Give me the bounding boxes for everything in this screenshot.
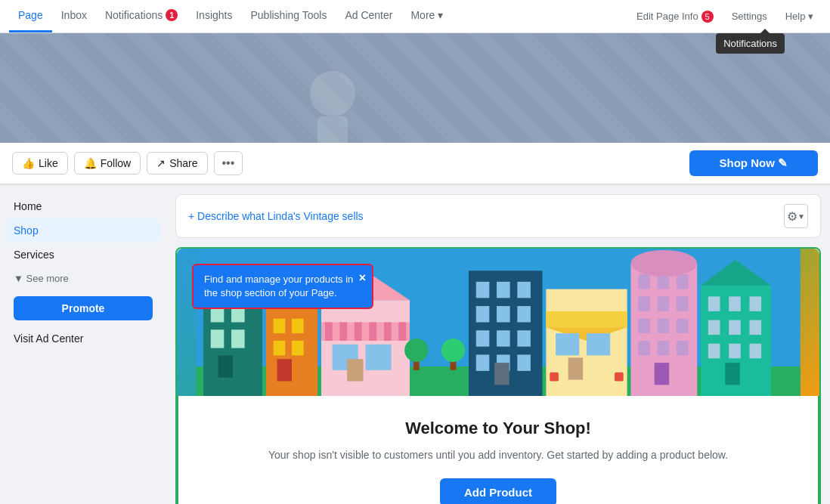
svg-rect-36 bbox=[517, 282, 531, 298]
svg-rect-18 bbox=[321, 323, 410, 341]
svg-rect-65 bbox=[638, 341, 650, 356]
svg-rect-7 bbox=[211, 329, 225, 348]
visit-ad-center-link[interactable]: Visit Ad Center bbox=[6, 326, 160, 351]
promote-button[interactable]: Promote bbox=[14, 296, 153, 320]
nav-tab-more[interactable]: More ▾ bbox=[401, 0, 452, 32]
svg-rect-38 bbox=[497, 306, 510, 322]
sidebar-item-services-label: Services bbox=[14, 249, 54, 261]
add-product-label: Add Product bbox=[464, 486, 532, 499]
svg-rect-42 bbox=[517, 330, 531, 346]
settings-button[interactable]: Settings bbox=[724, 6, 775, 26]
svg-rect-16 bbox=[277, 359, 293, 381]
see-more-label: ▼ See more bbox=[14, 273, 69, 284]
nav-tab-publishing-tools[interactable]: Publishing Tools bbox=[241, 0, 336, 32]
nav-tab-ad-center[interactable]: Ad Center bbox=[336, 0, 401, 32]
follow-button[interactable]: 🔔 Follow bbox=[74, 152, 141, 175]
share-label: Share bbox=[169, 157, 197, 169]
svg-rect-52 bbox=[568, 357, 584, 379]
sidebar-item-shop[interactable]: Shop bbox=[6, 218, 160, 243]
notifications-tooltip: Notifications bbox=[716, 33, 785, 54]
nav-tab-more-label: More ▾ bbox=[410, 9, 443, 21]
notifications-tooltip-text: Notifications bbox=[723, 38, 777, 49]
svg-rect-50 bbox=[556, 333, 579, 355]
svg-rect-53 bbox=[550, 373, 559, 382]
edit-page-badge: 5 bbox=[701, 11, 714, 23]
sidebar-item-shop-label: Shop bbox=[14, 224, 39, 237]
content-area: + Describe what Linda's Vintage sells ⚙ … bbox=[166, 185, 830, 504]
svg-rect-45 bbox=[517, 354, 531, 370]
sidebar: Home Shop Services ▼ See more Promote Vi… bbox=[0, 185, 166, 504]
settings-label: Settings bbox=[732, 11, 767, 22]
svg-point-68 bbox=[631, 250, 698, 277]
page-settings-icon[interactable]: ⚙ ▼ bbox=[784, 204, 808, 228]
notifications-badge: 1 bbox=[166, 9, 178, 21]
sidebar-item-home-label: Home bbox=[14, 200, 42, 212]
promote-label: Promote bbox=[62, 302, 105, 314]
nav-tab-insights[interactable]: Insights bbox=[187, 0, 241, 32]
add-product-button[interactable]: Add Product bbox=[440, 478, 556, 504]
svg-rect-72 bbox=[729, 296, 741, 311]
svg-rect-46 bbox=[494, 363, 509, 385]
svg-rect-62 bbox=[638, 319, 650, 334]
page-actions-bar: 👍 Like 🔔 Follow ↗ Share ••• Shop Now ✎ bbox=[0, 143, 830, 184]
nav-tab-insights-label: Insights bbox=[196, 9, 232, 21]
help-button[interactable]: Help ▾ bbox=[778, 6, 821, 26]
welcome-title: Welcome to Your Shop! bbox=[194, 419, 803, 438]
svg-rect-35 bbox=[497, 282, 510, 298]
svg-rect-59 bbox=[638, 296, 650, 311]
svg-rect-54 bbox=[615, 373, 624, 382]
cover-decoration bbox=[0, 33, 830, 143]
see-more-button[interactable]: ▼ See more bbox=[6, 267, 160, 290]
svg-rect-39 bbox=[517, 306, 531, 322]
nav-tab-notifications[interactable]: Notifications 1 bbox=[96, 0, 187, 32]
svg-rect-74 bbox=[708, 320, 720, 335]
nav-tab-page-label: Page bbox=[18, 9, 43, 21]
like-button[interactable]: 👍 Like bbox=[12, 152, 68, 175]
svg-rect-15 bbox=[292, 341, 304, 356]
tooltip-close-button[interactable]: × bbox=[359, 270, 366, 286]
svg-rect-34 bbox=[476, 282, 490, 298]
nav-tab-inbox[interactable]: Inbox bbox=[52, 0, 96, 32]
edit-page-info-label: Edit Page Info bbox=[636, 11, 698, 22]
help-label: Help ▾ bbox=[785, 11, 813, 22]
svg-rect-51 bbox=[587, 333, 610, 355]
welcome-description: Your shop isn't visible to customers unt… bbox=[194, 447, 803, 463]
svg-rect-24 bbox=[398, 323, 406, 341]
follow-label: Follow bbox=[101, 157, 131, 169]
svg-rect-43 bbox=[476, 354, 490, 370]
svg-rect-71 bbox=[708, 296, 720, 311]
shop-tooltip-text: Find and manage your products in the sho… bbox=[204, 274, 353, 298]
thumbs-up-icon: 👍 bbox=[22, 157, 35, 169]
cover-photo bbox=[0, 33, 830, 143]
svg-rect-60 bbox=[658, 296, 670, 311]
sidebar-item-home[interactable]: Home bbox=[6, 194, 160, 218]
svg-rect-14 bbox=[274, 341, 286, 356]
edit-page-info-button[interactable]: Edit Page Info 5 bbox=[629, 6, 721, 27]
svg-point-30 bbox=[404, 339, 428, 362]
svg-rect-21 bbox=[355, 323, 362, 341]
shop-now-button[interactable]: Shop Now ✎ bbox=[689, 150, 819, 176]
more-actions-button[interactable]: ••• bbox=[214, 151, 243, 175]
describe-section: + Describe what Linda's Vintage sells ⚙ … bbox=[175, 194, 821, 238]
svg-rect-37 bbox=[476, 306, 490, 322]
nav-tab-publishing-tools-label: Publishing Tools bbox=[250, 9, 327, 21]
svg-rect-69 bbox=[655, 363, 670, 385]
shop-now-label: Shop Now ✎ bbox=[720, 156, 788, 170]
describe-link[interactable]: + Describe what Linda's Vintage sells bbox=[188, 210, 364, 222]
nav-tab-notifications-label: Notifications bbox=[105, 9, 163, 21]
share-icon: ↗ bbox=[156, 157, 166, 169]
svg-rect-1 bbox=[317, 116, 348, 143]
sidebar-item-services[interactable]: Services bbox=[6, 243, 160, 267]
visit-ad-center-label: Visit Ad Center bbox=[14, 332, 83, 345]
svg-rect-76 bbox=[749, 320, 761, 335]
svg-rect-57 bbox=[658, 274, 670, 289]
shop-tooltip: Find and manage your products in the sho… bbox=[192, 264, 373, 309]
svg-rect-22 bbox=[369, 323, 376, 341]
svg-rect-8 bbox=[231, 329, 245, 348]
svg-rect-78 bbox=[729, 344, 741, 359]
svg-rect-66 bbox=[658, 341, 670, 356]
nav-tab-page[interactable]: Page bbox=[9, 0, 52, 32]
share-button[interactable]: ↗ Share bbox=[147, 152, 207, 175]
svg-rect-20 bbox=[339, 323, 347, 341]
svg-rect-13 bbox=[292, 319, 304, 334]
